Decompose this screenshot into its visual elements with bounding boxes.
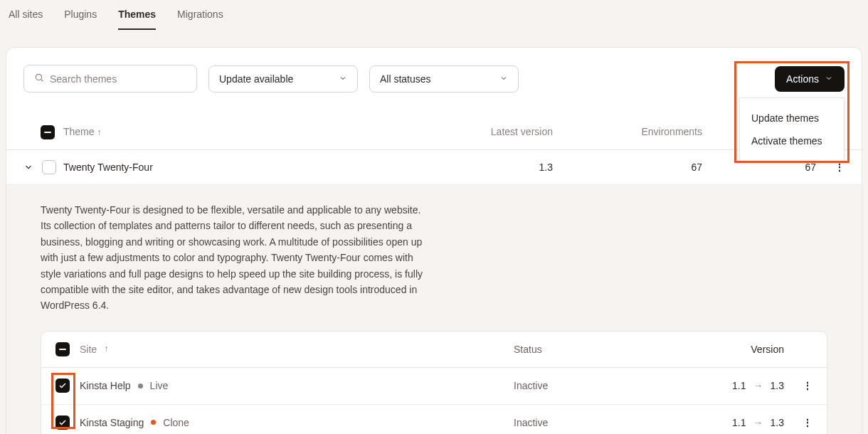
tab-plugins[interactable]: Plugins (64, 9, 97, 30)
env-version: 1.1 → 1.3 (656, 378, 784, 393)
sort-asc-icon: ↑ (97, 127, 101, 137)
actions-button[interactable]: Actions (775, 66, 845, 92)
arrow-right-icon: → (753, 378, 763, 393)
expand-toggle[interactable] (23, 162, 33, 172)
svg-line-1 (41, 80, 43, 82)
toolbar: Update available All statuses Actions Up… (6, 65, 862, 92)
env-checkbox[interactable] (55, 379, 70, 393)
column-version[interactable]: Version (656, 342, 784, 357)
env-menu-button[interactable]: ⋮ (803, 417, 813, 428)
chevron-down-icon (825, 73, 833, 85)
theme-name[interactable]: Twenty Twenty-Four (63, 162, 403, 173)
filter-status-dropdown[interactable]: All statuses (369, 65, 519, 92)
env-dot-icon (151, 420, 156, 425)
env-menu-button[interactable]: ⋮ (803, 380, 813, 391)
env-checkbox[interactable] (55, 416, 70, 430)
themes-panel: Update available All statuses Actions Up… (6, 47, 862, 434)
env-version: 1.1 → 1.3 (656, 415, 784, 430)
search-icon (34, 73, 44, 85)
env-status: Inactive (514, 415, 656, 430)
column-environments[interactable]: Environments (553, 126, 702, 137)
env-status: Inactive (514, 378, 656, 393)
action-activate-themes[interactable]: Activate themes (740, 129, 844, 152)
sort-asc-icon: ↑ (104, 342, 108, 356)
chevron-down-icon (339, 73, 347, 85)
row-menu-button[interactable]: ⋮ (835, 162, 845, 173)
filter-status-label: All statuses (380, 73, 431, 85)
theme-detail-panel: Twenty Twenty-Four is designed to be fle… (6, 185, 862, 434)
site-name[interactable]: Kinsta Staging (80, 415, 144, 430)
actions-menu: Update themes Activate themes (739, 97, 845, 162)
actions-wrap: Actions Update themes Activate themes (775, 66, 845, 92)
env-type: Clone (163, 415, 189, 430)
column-site[interactable]: Site ↑ (80, 342, 514, 357)
theme-latest-version: 1.3 (403, 162, 553, 173)
theme-updates: 67 (702, 162, 816, 173)
svg-point-0 (36, 74, 41, 80)
filter-update-dropdown[interactable]: Update available (208, 65, 358, 92)
theme-environments: 67 (553, 162, 702, 173)
search-input-wrap (23, 65, 197, 92)
search-input[interactable] (50, 73, 186, 85)
action-update-themes[interactable]: Update themes (740, 107, 844, 129)
filter-update-label: Update available (219, 73, 293, 85)
select-all-checkbox[interactable] (41, 125, 55, 139)
env-type: Live (150, 378, 169, 393)
column-latest-version[interactable]: Latest version (403, 126, 553, 137)
chevron-down-icon (499, 73, 508, 85)
environment-row: Kinsta Help Live Inactive 1.1 → 1.3 ⋮ (41, 368, 827, 404)
column-status[interactable]: Status (514, 342, 656, 357)
environment-row: Kinsta Staging Clone Inactive 1.1 → 1.3 … (41, 405, 827, 434)
arrow-right-icon: → (753, 415, 763, 430)
tab-migrations[interactable]: Migrations (177, 9, 223, 30)
row-checkbox[interactable] (42, 160, 56, 174)
environments-table: Site ↑ Status Version Kinsta Help Live I… (41, 331, 827, 434)
sub-select-all-checkbox[interactable] (55, 342, 70, 356)
tab-themes[interactable]: Themes (118, 9, 156, 30)
table-header: Theme ↑ Latest version Environments Upd (6, 110, 862, 150)
environments-table-header: Site ↑ Status Version (41, 332, 827, 368)
table-row: Twenty Twenty-Four 1.3 67 67 ⋮ (6, 150, 862, 185)
actions-label: Actions (786, 73, 819, 85)
site-name[interactable]: Kinsta Help (80, 378, 131, 393)
theme-description: Twenty Twenty-Four is designed to be fle… (41, 202, 425, 314)
env-dot-icon (138, 383, 143, 388)
tab-all-sites[interactable]: All sites (9, 9, 43, 30)
column-theme[interactable]: Theme ↑ (63, 126, 403, 137)
main-tabs: All sites Plugins Themes Migrations (0, 0, 868, 30)
